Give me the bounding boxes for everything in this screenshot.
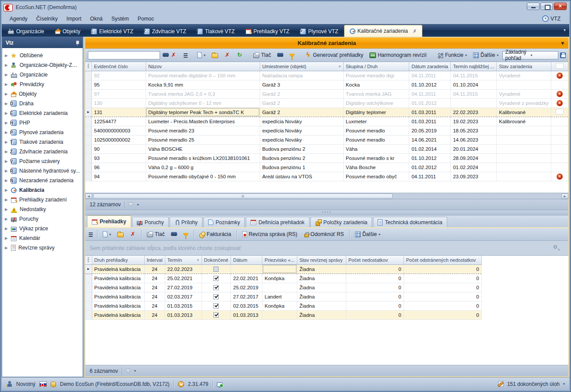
cell-pocet[interactable]: 0 [346,310,404,319]
search-icon[interactable] [163,52,169,58]
cell-stav_rs[interactable]: Žiadna [297,274,346,283]
cell-nazov[interactable]: Posuvné meradlo 25 [146,135,260,144]
cell-stav[interactable]: Kalibrované [497,117,551,126]
cell-skupina[interactable]: Posuvné meradlo [343,135,409,144]
cell-nazov[interactable]: Digitálny teplomer Peak Tech + sondaTC K [146,108,260,117]
expand-arrow-icon[interactable]: ▶ [5,169,8,173]
cell-stav[interactable]: Vyradené [497,71,551,80]
column-header-umiestnenie[interactable]: Umiestnenie (objekt)▼ [260,62,343,71]
group-by-panel[interactable]: Sem pritiahnite záhlavie stĺpca, podľa k… [85,241,568,256]
panel-splitter[interactable]: ···· [85,210,568,215]
refresh-button[interactable]: ↻ [234,51,245,59]
cell-druh[interactable]: Pravidelná kalibrácia [92,301,144,310]
cell-skupina[interactable]: Posuvné meradlo [343,126,409,135]
cell-pocet[interactable]: 0 [346,283,404,292]
cell-termin[interactable]: 01.02.2024 [451,163,497,172]
sidebar-item-v-kaz-pr-ce[interactable]: ▶Výkaz práce [2,224,83,233]
expand-arrow-icon[interactable]: ▶ [5,246,8,250]
sidebar-item-po-iarne-uz-very[interactable]: ▶VPožiarne uzávery [2,156,83,166]
new-record-button[interactable]: ▾ [101,230,113,238]
column-header-pocet_odstr[interactable]: Počet odstránených nedostatkov [404,256,481,264]
table-row[interactable]: ►Pravidelná kalibrácia2422.02.2023Žiadna… [85,264,481,274]
cell-datum[interactable]: 01.03.2011 [409,117,451,126]
table-row[interactable]: Pravidelná kalibrácia2427.02.201925.02.2… [85,283,481,292]
cell-druh[interactable]: Pravidelná kalibrácia [92,264,144,274]
cell-dokoncene[interactable] [202,292,231,301]
cell-druh[interactable]: Pravidelná kalibrácia [92,310,144,319]
filter-button[interactable] [287,52,297,58]
cell-dokoncene[interactable] [202,310,231,319]
cell-dokoncene[interactable] [202,264,231,274]
cell-datum[interactable]: 25.02.2019 [231,283,262,292]
more-button[interactable]: Ďalšie▾ [471,51,501,59]
cell-termin[interactable]: 18.05.2023 [451,126,497,135]
filter-funnel-icon[interactable] [125,369,131,373]
sidebar-item-kalend-r[interactable]: ▶Kalendár [2,233,83,243]
open-button[interactable] [209,52,220,59]
cell-interval[interactable]: 24 [144,274,165,283]
more-button[interactable]: Ďalšie▾ [353,230,383,238]
expand-arrow-icon[interactable]: ▶ [5,101,8,106]
cell-nazov[interactable]: Posuvné meradlo digitálne 0 – 150 mm [146,71,260,80]
cell-evc[interactable]: 12254477 [92,117,146,126]
cell-datum[interactable]: 01.02.2014 [409,144,451,153]
cell-evc[interactable]: 93 [92,153,146,163]
sidebar-item-ob-ben-[interactable]: ▶★Obľúbené [2,51,83,60]
tab-zdv-hacie-vtz[interactable]: ZZdvíhacie VTZ [139,26,191,37]
expand-arrow-icon[interactable]: ▶ [5,159,8,163]
sidebar-item-zdv-hacie-zariadenia[interactable]: ▶ZZdvíhacie zariadenia [2,147,83,156]
cell-umiestnenie[interactable]: Garáž 2 [260,98,343,108]
print-button[interactable]: Tlač [145,230,167,238]
cell-termin[interactable]: 25.02.2021 [165,274,202,283]
cell-pocet_odstr[interactable]: 0 [404,283,481,292]
cell-evc[interactable]: 92 [92,71,146,80]
menu-list-icon[interactable] [88,231,94,237]
cell-druh[interactable]: Pravidelná kalibrácia [92,274,144,283]
checkbox-checked[interactable] [213,294,219,299]
cell-evc[interactable]: 1025000000002 [92,135,146,144]
menu-item-systém[interactable]: Systém [107,14,133,23]
status-tasks[interactable]: 151 dokončených úloh [507,381,560,387]
detail-tab-pozn-mky[interactable]: Poznámky [203,217,245,227]
table-row[interactable]: Pravidelná kalibrácia2401.03.201502.03.2… [85,301,481,310]
checkbox-checked[interactable] [213,303,219,309]
table-row[interactable]: Pravidelná kalibrácia2402.03.201727.02.2… [85,292,481,301]
sidebar-item-prev-dzky[interactable]: ▶Prevádzky [2,80,83,89]
tasks-dropdown-icon[interactable]: ▾ [563,382,565,386]
cell-stav[interactable]: Vyradené z prevádzky [497,98,551,108]
delete-button[interactable]: ✗ [128,230,138,238]
cell-druh[interactable]: Pravidelná kalibrácia [92,283,144,292]
detail-tab-pr-lohy[interactable]: Prílohy [170,217,202,227]
cell-termin[interactable]: 01.03.2013 [165,310,202,319]
invoicing-button[interactable]: Fakturácia [197,230,233,238]
print-button[interactable]: Tlač [251,51,273,59]
column-header-interval[interactable]: Interval [144,256,165,264]
table-row[interactable]: 130Digitálny odchýlkomer 0 - 12 mmGaráž … [85,98,568,108]
menu-list-icon[interactable] [183,52,189,58]
table-row[interactable]: 1025000000002Posuvné meradlo 25expedícia… [85,135,568,144]
menu-item-pomoc[interactable]: Pomoc [133,14,158,23]
cell-pocet[interactable]: 0 [346,301,404,310]
cell-termin[interactable]: 23.09.2023 [451,172,497,181]
revision-schedule-button[interactable]: xlsHarmonogram revízií [367,51,429,59]
menu-item-import[interactable]: Import [62,14,86,23]
generate-inspections-button[interactable]: ϟGenerovať prehliadky [303,51,366,59]
cell-nazov[interactable]: Váha 0,2 g – 6000 g [146,163,260,172]
cell-termin[interactable]: 28.09.2024 [451,153,497,163]
cell-datum[interactable]: 22.02.2021 [231,274,262,283]
cell-stav[interactable] [497,126,551,135]
cell-umiestnenie[interactable]: Nakladacia rampa [260,71,343,80]
delete-button[interactable]: ✗ [222,51,233,59]
sidebar-item-rev-zne-spr-vy[interactable]: ▶Revízne správy [2,243,83,253]
cell-umiestnenie[interactable]: Budova penziónu 2 [260,153,343,163]
sidebar-item-n-stenn-hydrantov-sy-[interactable]: ▶RNástenné hydrantové sy... [2,166,83,176]
checkbox-checked[interactable] [213,285,219,290]
cell-umiestnenie[interactable]: expedícia Nováky [260,126,343,135]
detail-tab-defin-cia-prehliadok[interactable]: Definícia prehliadok [246,217,309,227]
expand-arrow-icon[interactable]: ▶ [5,53,8,58]
cell-termin[interactable]: 20.01.2024 [451,144,497,153]
tab-organiz-cie[interactable]: Organizácie [3,26,49,37]
cell-dokoncene[interactable] [202,283,231,292]
menu-item-číselníky[interactable]: Číselníky [32,14,62,23]
sidebar-item-plynov-zariadenia[interactable]: ▶PPlynové zariadenia [2,128,83,137]
